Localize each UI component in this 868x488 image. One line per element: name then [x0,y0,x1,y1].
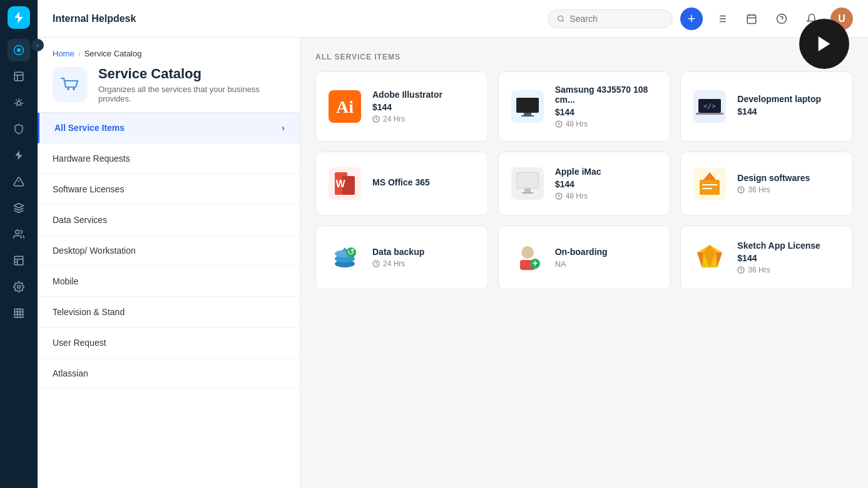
sidebar-item-alert[interactable] [8,170,30,193]
svg-point-26 [73,88,75,90]
svg-rect-24 [53,67,88,102]
nav-item-label: Hardware Requests [53,153,130,164]
service-catalog-description: Organizes all the services that your bus… [98,85,285,103]
svg-rect-50 [700,180,720,195]
card-development-laptop[interactable]: </> Development laptop $144 [680,71,853,142]
sidebar-item-table[interactable] [8,302,30,324]
help-button[interactable] [770,8,793,30]
card-price: $144 [737,253,842,263]
svg-point-25 [67,88,69,90]
svg-marker-70 [819,36,830,51]
add-button[interactable]: + [680,8,703,30]
sidebar-item-layers[interactable] [8,197,30,219]
card-apple-imac[interactable]: Apple iMac $144 48 Hrs [498,152,671,215]
card-meta: 24 Hrs [372,259,477,268]
svg-rect-31 [516,98,539,113]
card-name: Apple iMac [555,167,660,177]
left-panel: Home › Service Catalog [38,38,300,488]
svg-text:↺: ↺ [347,247,355,257]
card-name: Data backup [372,247,477,257]
app-logo[interactable] [8,6,30,29]
nav-item-label: All Service Items [54,123,125,133]
sidebar-item-settings[interactable] [8,276,30,298]
sidebar-item-users[interactable] [8,223,30,246]
breadcrumb: Home › Service Catalog [53,49,285,58]
sidebar-item-inbox[interactable] [8,65,30,88]
right-panel: ALL SERVICE ITEMS Ai Adobe Illustrator $… [300,38,868,488]
svg-line-11 [563,20,564,21]
service-header: Service Catalog Organizes all the servic… [53,66,285,103]
card-name: Samsung 43J5570 108 cm... [555,85,660,105]
sidebar-item-atlassian[interactable]: Atlassian [38,358,300,389]
card-image-data-backup: ↺ [326,239,364,276]
cards-grid: Ai Adobe Illustrator $144 24 Hrs Samsung… [315,71,853,289]
sidebar-item-lightning[interactable] [8,144,30,167]
card-image-ms-office: W [326,165,364,202]
card-name: Sketch App License [737,241,842,251]
svg-text:</>: </> [703,102,716,110]
card-name: MS Office 365 [372,177,477,187]
search-input[interactable] [569,14,663,24]
breadcrumb-current: Service Catalog [84,49,142,58]
card-data-backup[interactable]: ↺ Data backup 24 Hrs [315,226,488,289]
breadcrumb-home[interactable]: Home [53,49,74,58]
svg-text:+: + [533,258,538,268]
card-meta: 48 Hrs [555,192,660,200]
card-meta: 48 Hrs [555,120,660,128]
card-sketch-app[interactable]: Sketch App License $144 36 Hrs [680,226,853,289]
card-design-softwares[interactable]: Design softwares 36 Hrs [680,152,853,215]
main-area: Internal Helpdesk + U Home › Serv [38,0,868,488]
svg-text:W: W [335,179,345,189]
play-button[interactable] [799,19,849,69]
sidebar-item-bug[interactable] [8,91,30,114]
sidebar-item-data-services[interactable]: Data Services [38,205,300,236]
sidebar-item-television-stand[interactable]: Television & Stand [38,297,300,328]
calendar-button[interactable] [740,8,763,30]
svg-rect-45 [517,173,538,188]
top-nav: Internal Helpdesk + U [38,0,868,38]
svg-rect-32 [524,113,531,115]
nav-item-label: Television & Stand [53,307,125,317]
card-image-adobe-illustrator: Ai [326,88,364,125]
sidebar-item-mobile[interactable]: Mobile [38,266,300,297]
service-catalog-title: Service Catalog [98,66,285,82]
sidebar-collapse-button[interactable]: › [31,39,44,51]
svg-point-8 [18,286,21,289]
card-name: Development laptop [737,94,842,104]
sidebar-item-user-request[interactable]: User Request [38,328,300,358]
card-image-apple-imac [509,165,546,202]
content-area: Home › Service Catalog [38,38,868,488]
page-header: Home › Service Catalog [38,38,300,113]
card-name: Adobe Illustrator [372,90,477,100]
svg-rect-37 [696,113,723,115]
service-header-text: Service Catalog Organizes all the servic… [98,66,285,103]
card-name: On-boarding [555,247,660,257]
search-box[interactable] [548,9,673,28]
card-price: $144 [555,107,660,117]
search-icon [557,14,564,23]
nav-item-label: Desktop/ Workstation [53,246,136,256]
sidebar-item-desktop-workstation[interactable]: Desktop/ Workstation [38,236,300,266]
card-price: $144 [737,106,842,117]
service-catalog-icon [53,66,88,103]
card-on-boarding[interactable]: + On-boarding NA [498,226,671,289]
card-ms-office[interactable]: W MS Office 365 [315,152,488,215]
help-icon [776,13,787,24]
card-image-design-softwares [691,165,728,202]
nav-chevron-icon: › [282,123,285,133]
sidebar-item-shield[interactable] [8,118,30,140]
card-na: NA [555,259,660,269]
nav-item-label: Mobile [53,276,78,286]
nav-item-label: Atlassian [53,368,88,378]
svg-rect-1 [14,72,23,81]
list-icon [716,13,727,24]
card-samsung-monitor[interactable]: Samsung 43J5570 108 cm... $144 48 Hrs [498,71,671,142]
sidebar-item-chart[interactable] [8,249,30,272]
sidebar-item-hardware-requests[interactable]: Hardware Requests [38,143,300,174]
svg-point-61 [521,246,534,259]
card-adobe-illustrator[interactable]: Ai Adobe Illustrator $144 24 Hrs [315,71,488,142]
sidebar-item-software-licenses[interactable]: Software Licenses [38,174,300,205]
sidebar-item-all-service-items[interactable]: All Service Items› [38,113,300,143]
list-view-button[interactable] [710,8,733,30]
sidebar-item-home[interactable] [8,39,30,61]
